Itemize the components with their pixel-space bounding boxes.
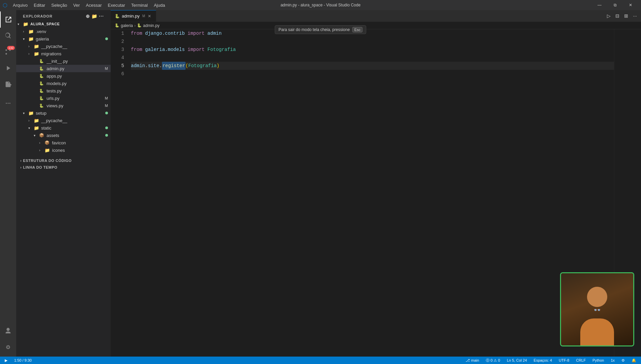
person-glasses: 👓 [593,306,601,314]
views-modified-badge: M [105,104,108,108]
explorer-actions[interactable]: ⊕ 📁 ··· [86,13,104,19]
menu-item-executar[interactable]: Executar [105,2,128,8]
status-play[interactable]: ▶ [3,358,9,363]
tree-item-venv[interactable]: › 📁 .venv [16,28,111,35]
tree-item-init[interactable]: 🐍 __init__.py [16,57,111,65]
section-timeline[interactable]: › LINHA DO TEMPO [16,163,111,170]
status-language[interactable]: Python [590,358,606,362]
status-speed[interactable]: 1x [609,358,617,362]
tree-item-pycache1[interactable]: › 📁 __pycache__ [16,43,111,50]
status-bar-right: ⎇ main ⓪ 0 ⚠ 0 Ln 5, Col 24 Espaços: 4 U… [464,358,638,363]
breadcrumb: 🐍 galeria › 🐍 admin.py [111,22,641,29]
kw-import-3: import [185,46,207,54]
activity-explorer[interactable] [0,11,16,28]
activity-source-control[interactable]: 132 [0,44,16,60]
static-label: static [41,125,51,131]
close-button[interactable]: ✕ [623,0,638,10]
status-eol[interactable]: CRLF [574,358,588,362]
toggle-layout-button[interactable]: ⊞ [623,12,630,19]
status-spaces[interactable]: Espaços: 4 [532,358,554,362]
file-tree: ▾ 📁 ALURA_SPACE › 📁 .venv ▾ 📁 galeria › … [16,20,111,357]
code-line-5: admin.site.register(Fotografia) [131,62,614,70]
window-controls[interactable]: — ⧉ ✕ [592,0,638,10]
timeline-chevron-icon: › [20,165,22,169]
galeria-modified-dot [105,37,108,40]
tree-item-apps[interactable]: 🐍 apps.py [16,72,111,80]
run-button[interactable]: ▷ [606,12,612,19]
tree-item-setup[interactable]: ▾ 📁 setup [16,109,111,117]
favicon-folder-icon: 📦 [45,140,51,145]
tree-item-icones[interactable]: › 📁 ícones [16,146,111,154]
menu-item-editar[interactable]: Editar [31,2,48,8]
tree-item-assets[interactable]: ▾ 📦 assets [16,132,111,139]
tree-item-migrations[interactable]: › 📁 migrations [16,50,111,57]
person-body [580,318,614,345]
mod-admin: admin [207,29,222,37]
video-overlay: 👓 [560,272,634,346]
tree-item-urls[interactable]: 🐍 urls.py M [16,94,111,102]
sidebar: EXPLORADOR ⊕ 📁 ··· ▾ 📁 ALURA_SPACE › 📁 .… [16,10,111,357]
status-settings-icon[interactable]: ⚙ [619,358,627,363]
menu-item-arquivo[interactable]: Arquivo [10,2,30,8]
static-chevron-icon: ▾ [28,126,34,130]
venv-label: .venv [36,29,46,34]
tree-item-galeria[interactable]: ▾ 📁 galeria [16,35,111,43]
status-errors[interactable]: ⓪ 0 ⚠ 0 [484,358,502,363]
menu-item-ajuda[interactable]: Ajuda [151,2,168,8]
setup-folder-icon: 📁 [28,111,34,116]
more-actions-icon[interactable]: ··· [99,13,104,19]
activity-extensions[interactable] [0,76,16,92]
tab-admin-py[interactable]: 🐍 admin.py M ✕ [111,10,156,22]
views-py-icon: 🐍 [39,104,45,108]
activity-run[interactable] [0,60,16,76]
breadcrumb-file[interactable]: admin.py [143,23,160,28]
ln-2: 2 [111,37,124,46]
minimize-button[interactable]: — [592,0,607,10]
code-line-4 [131,54,614,62]
status-notifications-icon[interactable]: 🔔 [630,358,638,363]
svg-point-4 [8,103,9,104]
tree-item-favicon[interactable]: › 📦 favicon [16,139,111,146]
tree-item-pycache2[interactable]: › 📁 __pycache__ [16,117,111,124]
activity-settings[interactable] [0,339,16,355]
pycache2-chevron: › [28,119,34,122]
new-folder-icon[interactable]: 📁 [91,13,97,19]
status-branch[interactable]: ⎇ main [464,358,481,363]
migrations-label: migrations [41,51,61,56]
svg-point-3 [6,103,7,104]
tree-root[interactable]: ▾ 📁 ALURA_SPACE [16,20,111,28]
code-editor[interactable]: 1 2 3 4 5 6 from django.contrib import a… [111,29,641,357]
menu-item-acessar[interactable]: Acessar [83,2,105,8]
tests-label: tests.py [47,88,62,93]
menu-item-seleção[interactable]: Seleção [49,2,70,8]
code-lines[interactable]: from django.contrib import admin from ga… [127,29,614,357]
breadcrumb-python-icon: 🐍 [115,23,119,28]
tree-item-views[interactable]: 🐍 views.py M [16,102,111,109]
admin-modified-badge: M [105,66,108,71]
status-ln-col[interactable]: Ln 5, Col 24 [505,358,529,362]
code-site-5: site [148,62,159,70]
section-code-structure-label: ESTRUTURA DO CÓDIGO [23,159,72,163]
tab-close-button[interactable]: ✕ [147,13,152,19]
split-editor-button[interactable]: ⊟ [614,12,621,19]
maximize-button[interactable]: ⧉ [607,0,623,10]
activity-search[interactable] [0,28,16,44]
code-dot-5b: . [159,62,162,70]
tree-item-admin[interactable]: 🐍 admin.py M [16,65,111,72]
activity-more[interactable] [0,95,16,111]
menu-item-ver[interactable]: Ver [71,2,83,8]
code-register: register [162,62,185,70]
pycache2-label: __pycache__ [41,118,67,123]
migrations-chevron-icon: › [28,52,34,56]
section-code-structure[interactable]: › ESTRUTURA DO CÓDIGO [16,157,111,163]
more-editor-actions[interactable]: ··· [632,12,638,19]
tree-item-tests[interactable]: 🐍 tests.py [16,87,111,94]
breadcrumb-folder[interactable]: galeria [121,23,133,28]
menu-item-terminal[interactable]: Terminal [129,2,150,8]
status-playback-time: 1:50 / 9:30 [12,358,34,362]
status-encoding[interactable]: UTF-8 [557,358,571,362]
activity-accounts[interactable] [0,323,16,339]
tree-item-static[interactable]: ▾ 📁 static [16,124,111,132]
tree-item-models[interactable]: 🐍 models.py [16,80,111,87]
new-file-icon[interactable]: ⊕ [86,13,90,19]
